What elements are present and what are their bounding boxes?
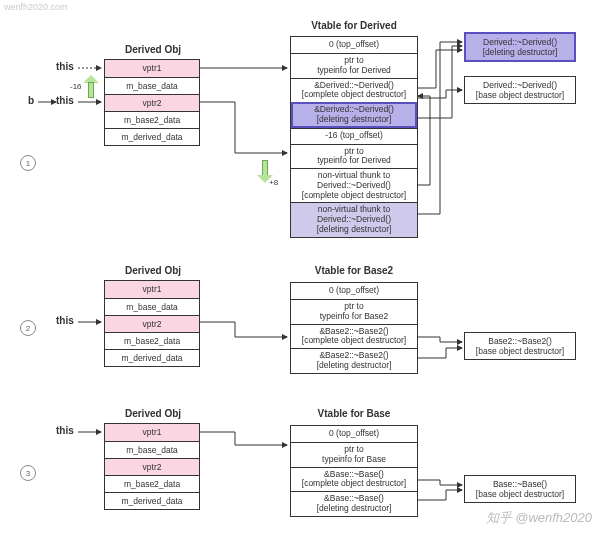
- vt-row-typeinfo-2: ptr totypeinfo for Derived: [291, 144, 417, 169]
- derived-obj-3: vptr1 m_base_data vptr2 m_base2_data m_d…: [104, 423, 200, 510]
- vptr2-row: vptr2: [105, 94, 199, 111]
- section-badge-2: 2: [20, 320, 36, 336]
- m-base-data-row: m_base_data: [105, 77, 199, 94]
- b-label: b: [28, 95, 34, 106]
- this-label-3: this: [56, 425, 74, 436]
- m-base2-data-row-2: m_base2_data: [105, 332, 199, 349]
- vptr1-row-3: vptr1: [105, 424, 199, 441]
- vt3-row-complete-dtor: &Base::~Base()[complete object destructo…: [291, 467, 417, 492]
- vt-row-deleting-dtor-hl: &Derived::~Derived()[deleting destructor…: [291, 102, 417, 128]
- fn-base-base-dtor: Base::~Base()[base object destructor]: [464, 475, 576, 503]
- watermark-top-left: wenfh2020.com: [4, 2, 68, 12]
- vtable-base2: 0 (top_offset) ptr totypeinfo for Base2 …: [290, 282, 418, 374]
- m-derived-data-row-2: m_derived_data: [105, 349, 199, 366]
- vt3-row-deleting-dtor: &Base::~Base()[deleting destructor]: [291, 491, 417, 516]
- m-base-data-row-3: m_base_data: [105, 441, 199, 458]
- vt-row-thunk-complete: non-virtual thunk toDerived::~Derived()[…: [291, 168, 417, 202]
- vt2-row-top-offset: 0 (top_offset): [291, 283, 417, 299]
- vptr2-row-2: vptr2: [105, 315, 199, 332]
- m-base-data-row-2: m_base_data: [105, 298, 199, 315]
- vptr1-row: vptr1: [105, 60, 199, 77]
- obj-title-1: Derived Obj: [105, 44, 201, 55]
- m-base2-data-row: m_base2_data: [105, 111, 199, 128]
- this-label-1b: this: [56, 95, 74, 106]
- vtable-title-1: Vtable for Derived: [290, 20, 418, 31]
- vt2-row-complete-dtor: &Base2::~Base2()[complete object destruc…: [291, 324, 417, 349]
- obj-title-2: Derived Obj: [105, 265, 201, 276]
- derived-obj-2: vptr1 m_base_data vptr2 m_base2_data m_d…: [104, 280, 200, 367]
- this-label-2: this: [56, 315, 74, 326]
- vt-row-top-offset-0: 0 (top_offset): [291, 37, 417, 53]
- this-label-1a: this: [56, 61, 74, 72]
- vtable-title-3: Vtable for Base: [290, 408, 418, 419]
- vtable-derived: 0 (top_offset) ptr totypeinfo for Derive…: [290, 36, 418, 238]
- vt-row-typeinfo-1: ptr totypeinfo for Derived: [291, 53, 417, 78]
- vt-row-thunk-deleting: non-virtual thunk toDerived::~Derived()[…: [291, 202, 417, 236]
- watermark-bottom-right: 知乎 @wenfh2020: [486, 509, 592, 527]
- vt-row-neg16-offset: -16 (top_offset): [291, 128, 417, 144]
- section-badge-1: 1: [20, 155, 36, 171]
- vtable-title-2: Vtable for Base2: [290, 265, 418, 276]
- fn-derived-deleting-dtor: Derived::~Derived()[deleting destructor]: [464, 32, 576, 62]
- m-derived-data-row: m_derived_data: [105, 128, 199, 145]
- m-base2-data-row-3: m_base2_data: [105, 475, 199, 492]
- fn-derived-base-dtor: Derived::~Derived()[base object destruct…: [464, 76, 576, 104]
- offset-neg16: -16: [70, 82, 82, 91]
- vt-row-complete-dtor: &Derived::~Derived()[complete object des…: [291, 78, 417, 103]
- green-arrow-down: [258, 160, 272, 186]
- vt3-row-typeinfo: ptr totypeinfo for Base: [291, 442, 417, 467]
- vt3-row-top-offset: 0 (top_offset): [291, 426, 417, 442]
- vptr1-row-2: vptr1: [105, 281, 199, 298]
- fn-base2-base-dtor: Base2::~Base2()[base object destructor]: [464, 332, 576, 360]
- obj-title-3: Derived Obj: [105, 408, 201, 419]
- m-derived-data-row-3: m_derived_data: [105, 492, 199, 509]
- green-arrow-up: [84, 72, 98, 98]
- vtable-base: 0 (top_offset) ptr totypeinfo for Base &…: [290, 425, 418, 517]
- derived-obj-1: vptr1 m_base_data vptr2 m_base2_data m_d…: [104, 59, 200, 146]
- section-badge-3: 3: [20, 465, 36, 481]
- vptr2-row-3: vptr2: [105, 458, 199, 475]
- vt2-row-typeinfo: ptr totypeinfo for Base2: [291, 299, 417, 324]
- vt2-row-deleting-dtor: &Base2::~Base2()[deleting destructor]: [291, 348, 417, 373]
